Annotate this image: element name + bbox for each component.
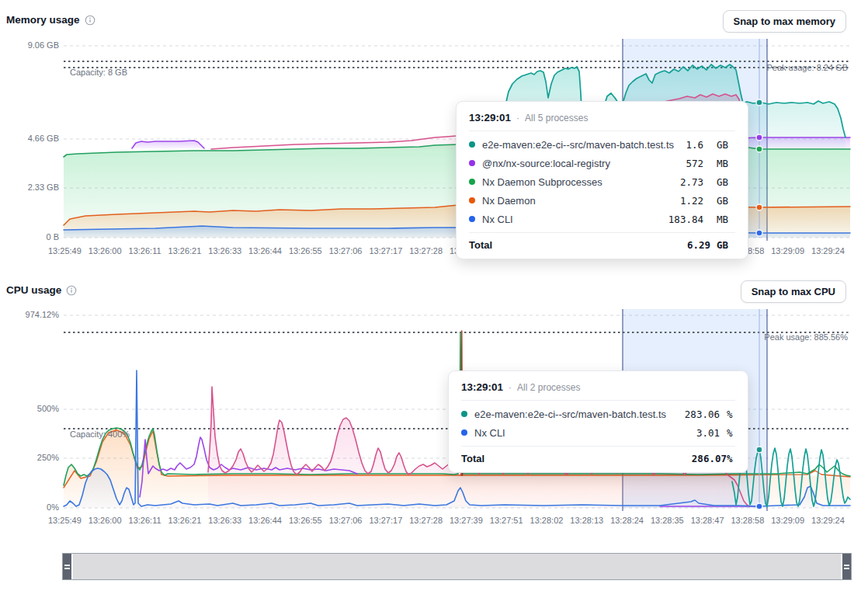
process-unit: % xyxy=(727,408,735,420)
x-axis-tick: 13:27:17 xyxy=(369,246,402,256)
brush-left-handle[interactable] xyxy=(63,554,73,579)
tooltip-rows: e2e-maven:e2e-ci--src/maven-batch.test.t… xyxy=(461,401,735,443)
memory-ytick: 4.66 GB xyxy=(3,134,59,143)
grip-line xyxy=(64,565,70,566)
series-color-dot xyxy=(469,216,475,222)
grip-line xyxy=(64,568,70,569)
process-value: 3.01 xyxy=(512,427,720,439)
x-axis-tick: 13:28:02 xyxy=(530,516,564,525)
info-icon[interactable] xyxy=(85,15,95,26)
process-unit: MB xyxy=(717,158,735,169)
x-axis-tick: 13:26:11 xyxy=(129,246,161,256)
grip-line xyxy=(844,568,849,569)
info-icon[interactable] xyxy=(66,285,77,296)
memory-ytick: 9.06 GB xyxy=(3,40,59,50)
snap-to-max-cpu-button[interactable]: Snap to max CPU xyxy=(741,280,846,303)
cpu-section-header: CPU usage xyxy=(6,284,77,296)
tooltip-rows: e2e-maven:e2e-ci--src/maven-batch.test.t… xyxy=(469,131,735,230)
memory-tooltip: 13:29:01 · All 5 processes e2e-maven:e2e… xyxy=(456,101,748,259)
tooltip-row: Nx CLI 183.84 MB xyxy=(469,210,735,228)
x-axis-tick: 13:26:44 xyxy=(248,246,282,256)
total-unit: GB xyxy=(717,239,735,251)
cpu-ytick: 974.12% xyxy=(3,310,59,319)
tooltip-time: 13:29:01 xyxy=(461,381,503,393)
series-color-dot xyxy=(469,160,475,166)
process-value: 1.6 xyxy=(681,139,703,151)
cpu-section-title: CPU usage xyxy=(6,284,61,296)
tooltip-subtitle: All 2 processes xyxy=(517,382,580,393)
x-axis-tick: 13:26:00 xyxy=(89,246,122,256)
x-axis-tick: 13:28:24 xyxy=(610,516,644,525)
x-axis-tick: 13:26:11 xyxy=(129,516,161,525)
x-axis-tick: 13:27:28 xyxy=(409,516,443,525)
tooltip-row: Nx Daemon 1.22 GB xyxy=(469,191,735,210)
process-name: @nx/nx-source:local-registry xyxy=(482,158,610,169)
process-value: 1.22 xyxy=(543,195,703,207)
process-unit: % xyxy=(727,427,735,439)
memory-peak-label: Peak usage: 8.24 GB xyxy=(766,63,848,72)
tooltip-row: Nx Daemon Subprocesses 2.73 GB xyxy=(469,172,735,191)
series-color-dot xyxy=(469,179,475,185)
cpu-x-axis: 13:25:4913:26:0013:26:1113:26:2113:26:33… xyxy=(48,516,845,525)
x-axis-tick: 13:26:21 xyxy=(168,516,202,525)
cpu-ytick: 0% xyxy=(3,502,59,512)
process-value: 183.84 xyxy=(520,214,703,225)
process-name: Nx CLI xyxy=(482,214,513,225)
tooltip-total-row: Total 6.29 GB xyxy=(469,232,735,251)
tooltip-row: e2e-maven:e2e-ci--src/maven-batch.test.t… xyxy=(469,135,735,154)
process-name: e2e-maven:e2e-ci--src/maven-batch.test.t… xyxy=(474,408,666,420)
tooltip-header: 13:29:01 · All 2 processes xyxy=(461,379,735,401)
tooltip-row: Nx CLI 3.01 % xyxy=(461,423,735,442)
memory-capacity-label: Capacity: 8 GB xyxy=(70,68,127,77)
x-axis-tick: 13:25:49 xyxy=(48,246,82,256)
x-axis-tick: 13:26:55 xyxy=(289,246,322,256)
tooltip-total-row: Total 286.07 % xyxy=(461,446,735,464)
process-value: 2.73 xyxy=(609,176,703,188)
process-value: 572 xyxy=(617,158,703,169)
series-color-dot xyxy=(461,429,467,436)
time-range-brush[interactable] xyxy=(62,553,852,580)
x-axis-tick: 13:27:06 xyxy=(329,246,363,256)
x-axis-tick: 13:28:35 xyxy=(651,516,684,525)
process-value: 283.06 xyxy=(673,408,720,420)
series-color-dot xyxy=(469,141,475,148)
x-axis-tick: 13:28:13 xyxy=(570,516,603,525)
process-unit: GB xyxy=(717,195,735,207)
cpu-capacity-label: Capacity: 400% xyxy=(70,429,130,439)
x-axis-tick: 13:26:44 xyxy=(248,516,282,525)
tooltip-time: 13:29:01 xyxy=(469,112,511,123)
grip-line xyxy=(844,565,849,566)
x-axis-tick: 13:28:47 xyxy=(691,516,724,525)
tooltip-separator: · xyxy=(516,113,519,123)
memory-ytick: 2.33 GB xyxy=(3,183,59,192)
tooltip-subtitle: All 5 processes xyxy=(525,113,588,123)
x-axis-tick: 13:29:24 xyxy=(811,516,845,525)
total-value: 6.29 xyxy=(492,239,710,251)
x-axis-tick: 13:27:17 xyxy=(369,516,402,525)
x-axis-tick: 13:25:49 xyxy=(48,516,82,525)
x-axis-tick: 13:26:33 xyxy=(208,516,241,525)
process-name: Nx Daemon xyxy=(482,195,536,207)
tooltip-row: e2e-maven:e2e-ci--src/maven-batch.test.t… xyxy=(461,405,735,423)
x-axis-tick: 13:29:09 xyxy=(771,516,804,525)
x-axis-tick: 13:26:55 xyxy=(289,516,322,525)
x-axis-tick: 13:27:28 xyxy=(409,246,443,256)
process-name: Nx Daemon Subprocesses xyxy=(482,176,602,188)
tooltip-separator: · xyxy=(509,382,512,393)
tooltip-header: 13:29:01 · All 5 processes xyxy=(469,110,735,131)
cpu-ytick: 250% xyxy=(3,453,59,462)
x-axis-tick: 13:26:00 xyxy=(89,516,122,525)
brush-track[interactable] xyxy=(73,554,841,579)
total-label: Total xyxy=(469,239,492,251)
snap-to-max-memory-button[interactable]: Snap to max memory xyxy=(723,10,847,33)
series-color-dot xyxy=(469,197,475,203)
x-axis-tick: 13:29:24 xyxy=(811,246,845,256)
cpu-peak-label: Peak usage: 885.56% xyxy=(764,332,848,342)
x-axis-tick: 13:26:33 xyxy=(208,246,241,256)
brush-right-handle[interactable] xyxy=(841,554,851,579)
process-unit: GB xyxy=(717,176,735,188)
process-name: e2e-maven:e2e-ci--src/maven-batch.test.t… xyxy=(482,139,674,151)
process-unit: GB xyxy=(717,139,735,151)
process-unit: MB xyxy=(717,214,735,225)
x-axis-tick: 13:26:21 xyxy=(168,246,202,256)
